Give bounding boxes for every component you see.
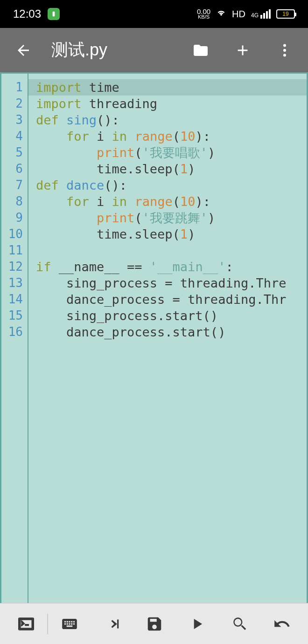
svg-point-3 [283,54,286,56]
code-content[interactable]: import timeimport threadingdef sing(): f… [28,74,307,603]
code-line[interactable]: dance_process.start() [28,324,307,340]
code-line[interactable]: def dance(): [28,177,307,193]
code-line[interactable]: for i in range(10): [28,128,307,144]
folder-icon [192,42,209,59]
battery-icon: 19 [276,9,295,19]
search-icon [231,615,248,633]
app-bar: 测试.py [0,28,308,72]
signal-icon: 4G [251,9,271,19]
line-number: 10 [1,226,28,242]
code-line[interactable]: if __name__ == '__main__': [28,259,307,275]
code-line[interactable] [28,242,307,259]
tab-arrow-icon [103,615,121,633]
run-button[interactable] [176,615,218,633]
file-title: 测试.py [51,39,173,62]
code-line[interactable]: print('我要跳舞') [28,210,307,226]
folder-button[interactable] [187,42,215,59]
code-line[interactable]: import threading [28,96,307,112]
code-line[interactable]: sing_process = threading.Thre [28,275,307,291]
keyboard-icon [61,615,78,633]
code-line[interactable]: import time [28,79,307,96]
undo-button[interactable] [261,615,303,633]
svg-point-2 [283,49,286,52]
add-button[interactable] [229,42,257,59]
line-number: 9 [1,210,28,226]
code-line[interactable]: time.sleep(1) [28,161,307,177]
line-number: 4 [1,128,28,144]
code-line[interactable]: dance_process = threading.Thr [28,291,307,308]
line-number: 11 [1,242,28,259]
line-number: 14 [1,291,28,308]
line-gutter: 12345678910111213141516 [1,74,28,603]
line-number: 15 [1,308,28,324]
status-time: 12:03 [13,7,41,21]
hd-label: HD [232,9,245,20]
code-line[interactable]: print('我要唱歌') [28,144,307,161]
tab-button[interactable] [91,615,133,633]
line-number: 8 [1,193,28,210]
undo-icon [273,615,291,633]
save-button[interactable] [133,615,175,633]
status-bar: 12:03 0.00 KB/S HD 4G 19 [0,0,308,28]
arrow-left-icon [15,42,32,59]
svg-rect-0 [53,12,55,17]
line-number: 6 [1,161,28,177]
line-number: 16 [1,324,28,340]
terminal-icon [17,615,35,633]
line-number: 13 [1,275,28,291]
network-speed: 0.00 KB/S [197,8,210,19]
line-number: 7 [1,177,28,193]
code-line[interactable]: def sing(): [28,112,307,128]
play-icon [188,615,206,633]
plus-icon [234,42,251,59]
status-left: 12:03 [13,7,197,21]
save-icon [146,615,163,633]
terminal-button[interactable] [5,615,47,633]
line-number: 1 [1,79,28,96]
line-number: 5 [1,144,28,161]
wifi-icon [216,8,226,21]
status-right: 0.00 KB/S HD 4G 19 [197,8,295,21]
back-button[interactable] [9,42,37,59]
more-vert-icon [276,42,293,59]
keyboard-button[interactable] [48,615,91,633]
code-editor[interactable]: 12345678910111213141516 import timeimpor… [0,72,308,603]
code-line[interactable]: for i in range(10): [28,193,307,210]
menu-button[interactable] [271,42,299,59]
search-button[interactable] [218,615,261,633]
line-number: 2 [1,96,28,112]
code-line[interactable]: time.sleep(1) [28,226,307,242]
notification-badge-icon [48,8,60,20]
code-line[interactable]: sing_process.start() [28,308,307,324]
bottom-toolbar [0,603,308,644]
line-number: 3 [1,112,28,128]
svg-point-1 [283,44,286,47]
line-number: 12 [1,259,28,275]
